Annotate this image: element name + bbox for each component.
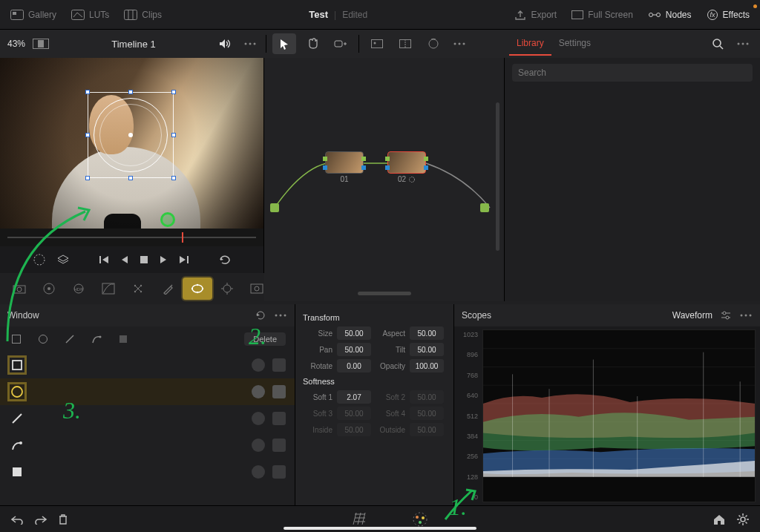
graph-output[interactable] — [480, 203, 489, 212]
svg-line-114 — [746, 522, 747, 523]
viewer-mode-icon[interactable] — [33, 39, 49, 49]
shape-circle-tool[interactable] — [36, 332, 50, 347]
window-row-pen[interactable] — [0, 432, 295, 459]
waveform-chart[interactable] — [482, 329, 756, 502]
mask-toggle[interactable] — [252, 412, 265, 425]
effects-label: Effects — [723, 10, 750, 20]
bypass-icon[interactable] — [33, 253, 46, 266]
color-page-icon[interactable] — [352, 511, 371, 528]
hdr-icon[interactable]: HDR — [64, 278, 94, 300]
warper-icon[interactable] — [123, 278, 153, 300]
shape-line-tool[interactable] — [62, 332, 77, 347]
stop-button[interactable] — [140, 255, 148, 264]
toolbar-row: 43% Timeline 1 Library Settings — [0, 30, 760, 58]
tilt-value[interactable]: 50.00 — [410, 343, 444, 356]
split-wipe-tool[interactable] — [393, 33, 417, 54]
window-row-gradient[interactable] — [0, 459, 295, 485]
color-wheels-icon[interactable] — [34, 278, 64, 300]
node-editor[interactable]: 01 02 — [264, 58, 505, 301]
search-button[interactable] — [705, 33, 730, 54]
more-icon[interactable] — [739, 313, 753, 318]
node-02[interactable]: 02 — [387, 151, 426, 183]
panel-more-button[interactable] — [730, 33, 756, 54]
pointer-tool[interactable] — [272, 33, 296, 54]
power-window-overlay[interactable] — [88, 92, 174, 178]
step-back-button[interactable] — [120, 254, 129, 265]
tilt-label: Tilt — [376, 346, 405, 354]
invert-toggle[interactable] — [272, 358, 286, 372]
settings-button[interactable] — [736, 513, 750, 526]
window-row-line[interactable] — [0, 405, 295, 432]
node-scrollbar[interactable] — [496, 102, 499, 251]
soft3-value: 50.00 — [337, 407, 371, 420]
camera-raw-icon[interactable] — [4, 278, 34, 300]
rotate-value[interactable]: 0.00 — [337, 359, 371, 372]
effects-button[interactable]: fx Effects — [702, 6, 754, 24]
trash-button[interactable] — [58, 513, 68, 525]
viewer-canvas[interactable] — [0, 58, 263, 229]
node-bottom-handle[interactable] — [358, 292, 411, 295]
more-icon[interactable] — [453, 42, 466, 46]
window-panel: Window Delete — [0, 304, 295, 505]
hand-tool[interactable] — [301, 33, 324, 54]
invert-toggle[interactable] — [272, 385, 286, 398]
svg-point-28 — [713, 39, 721, 47]
node-01[interactable]: 01 — [325, 151, 364, 183]
tab-library[interactable]: Library — [509, 32, 551, 56]
pan-value[interactable]: 50.00 — [337, 343, 371, 356]
tracker-icon[interactable] — [212, 278, 242, 300]
nodes-button[interactable]: Nodes — [643, 7, 696, 23]
highlight-tool[interactable] — [422, 33, 445, 54]
size-value[interactable]: 50.00 — [337, 326, 371, 340]
volume-icon[interactable] — [218, 38, 232, 50]
next-clip-button[interactable] — [178, 254, 190, 265]
fullscreen-button[interactable]: Full Screen — [567, 7, 638, 23]
node-add-tool[interactable] — [329, 33, 353, 54]
luts-button[interactable]: LUTs — [67, 7, 114, 23]
loop-button[interactable] — [218, 254, 232, 265]
nodes-icon — [648, 10, 661, 19]
home-button[interactable] — [712, 513, 726, 525]
undo-button[interactable] — [10, 514, 24, 525]
scopes-mode[interactable]: Waveform — [672, 310, 712, 321]
play-button[interactable] — [159, 254, 168, 265]
graph-input[interactable] — [270, 203, 279, 212]
library-search-input[interactable] — [512, 64, 753, 82]
gallery-button[interactable]: Gallery — [6, 7, 61, 23]
window-row-circle[interactable] — [0, 378, 295, 405]
mask-toggle[interactable] — [252, 385, 265, 398]
home-indicator — [284, 527, 476, 530]
invert-toggle[interactable] — [272, 439, 286, 452]
page-colorwheel-icon[interactable] — [411, 510, 429, 528]
mask-toggle[interactable] — [252, 358, 265, 372]
viewer-zoom[interactable]: 43% — [7, 39, 25, 49]
scrub-bar[interactable] — [0, 229, 263, 246]
layers-icon[interactable] — [56, 254, 70, 266]
reset-icon[interactable] — [255, 309, 266, 321]
window-tool-icon[interactable] — [183, 278, 212, 300]
clips-button[interactable]: Clips — [119, 7, 166, 23]
invert-toggle[interactable] — [272, 412, 286, 425]
curves-icon[interactable] — [94, 278, 123, 300]
window-delete-button[interactable]: Delete — [244, 332, 286, 346]
more-icon[interactable] — [274, 313, 287, 318]
redo-button[interactable] — [34, 514, 48, 525]
prev-clip-button[interactable] — [98, 254, 110, 265]
image-wipe-tool[interactable] — [365, 33, 389, 54]
timeline-name[interactable]: Timeline 1 — [56, 39, 211, 50]
soft1-value[interactable]: 2.07 — [337, 390, 371, 404]
shape-square-tool[interactable] — [9, 332, 24, 347]
shape-gradient-tool[interactable] — [116, 332, 131, 347]
scopes-settings-icon[interactable] — [720, 310, 732, 321]
more-icon[interactable] — [243, 42, 257, 46]
export-button[interactable]: Export — [510, 7, 561, 23]
aspect-value[interactable]: 50.00 — [410, 326, 444, 340]
qualifier-icon[interactable] — [153, 278, 183, 300]
shape-curve-tool[interactable] — [89, 332, 104, 347]
mask-toggle[interactable] — [252, 465, 265, 479]
tab-settings[interactable]: Settings — [551, 32, 598, 56]
invert-toggle[interactable] — [272, 465, 286, 479]
mask-toggle[interactable] — [252, 439, 265, 452]
opacity-value[interactable]: 100.00 — [410, 359, 444, 372]
window-row-square[interactable] — [0, 352, 295, 378]
